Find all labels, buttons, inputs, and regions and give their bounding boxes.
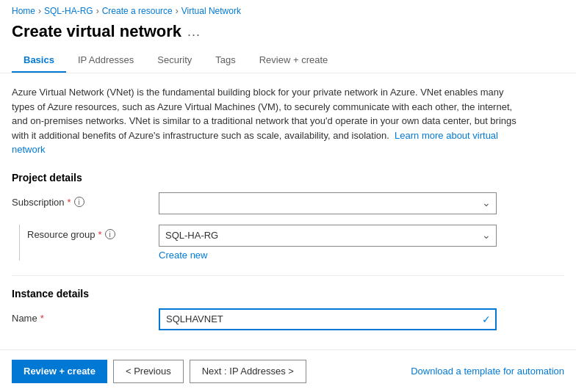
resource-group-info-icon[interactable]: i bbox=[105, 229, 115, 239]
subscription-required: * bbox=[68, 197, 71, 208]
breadcrumb-home[interactable]: Home bbox=[12, 6, 35, 16]
tab-basics[interactable]: Basics bbox=[12, 48, 66, 73]
tab-review-create[interactable]: Review + create bbox=[248, 48, 340, 73]
resource-group-label: Resource group * i bbox=[27, 229, 159, 240]
review-create-button[interactable]: Review + create bbox=[12, 360, 107, 383]
create-new-link[interactable]: Create new bbox=[159, 250, 497, 261]
footer: Review + create < Previous Next : IP Add… bbox=[0, 349, 576, 392]
page-header: Create virtual network ... bbox=[0, 19, 576, 48]
next-button[interactable]: Next : IP Addresses > bbox=[190, 360, 306, 383]
name-check-icon: ✓ bbox=[482, 313, 491, 325]
name-label: Name * bbox=[12, 313, 159, 324]
tab-tags[interactable]: Tags bbox=[204, 48, 247, 73]
instance-details-section: Instance details Name * ✓ Region bbox=[12, 288, 564, 339]
breadcrumb-rg[interactable]: SQL-HA-RG bbox=[44, 6, 93, 16]
subscription-label: Subscription * i bbox=[12, 197, 159, 208]
previous-button[interactable]: < Previous bbox=[113, 360, 184, 383]
instance-details-title: Instance details bbox=[12, 288, 564, 300]
resource-group-select-wrapper: SQL-HA-RG bbox=[159, 225, 497, 247]
section-divider bbox=[12, 275, 564, 276]
more-options-icon[interactable]: ... bbox=[187, 24, 201, 40]
tab-security[interactable]: Security bbox=[145, 48, 204, 73]
vnet-description: Azure Virtual Network (VNet) is the fund… bbox=[12, 85, 526, 157]
subscription-info-icon[interactable]: i bbox=[74, 197, 84, 207]
name-required: * bbox=[40, 313, 44, 324]
breadcrumb-create-resource[interactable]: Create a resource bbox=[102, 6, 173, 16]
name-row: Name * ✓ bbox=[12, 308, 564, 330]
main-content: Azure Virtual Network (VNet) is the fund… bbox=[0, 73, 576, 338]
resource-group-required: * bbox=[98, 229, 102, 240]
page-title: Create virtual network bbox=[12, 22, 181, 41]
subscription-row: Subscription * i bbox=[12, 192, 564, 214]
download-template-link[interactable]: Download a template for automation bbox=[411, 366, 564, 377]
subscription-select[interactable] bbox=[159, 192, 497, 214]
indent-line bbox=[19, 225, 20, 261]
resource-group-outer-row: Resource group * i SQL-HA-RG Create new bbox=[12, 225, 564, 261]
tabs-bar: Basics IP Addresses Security Tags Review… bbox=[0, 48, 576, 73]
breadcrumb-virtual-network[interactable]: Virtual Network bbox=[181, 6, 241, 16]
project-details-title: Project details bbox=[12, 172, 564, 184]
resource-group-select[interactable]: SQL-HA-RG bbox=[159, 225, 497, 247]
breadcrumb: Home › SQL-HA-RG › Create a resource › V… bbox=[0, 0, 576, 19]
tab-ip-addresses[interactable]: IP Addresses bbox=[66, 48, 145, 73]
name-input[interactable] bbox=[159, 308, 497, 330]
name-input-wrapper: ✓ bbox=[159, 308, 497, 330]
subscription-select-wrapper bbox=[159, 192, 497, 214]
project-details-section: Project details Subscription * i bbox=[12, 172, 564, 261]
